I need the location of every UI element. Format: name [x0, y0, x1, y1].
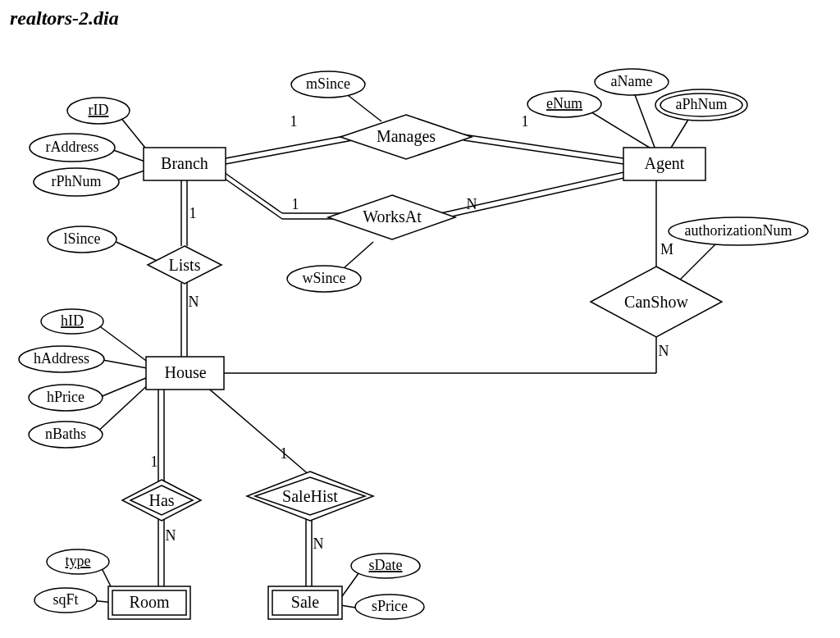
rel-lists-label: Lists — [169, 256, 201, 274]
rel-has-label: Has — [148, 491, 174, 509]
card-manages-agent: 1 — [522, 113, 529, 130]
edge-aName-agent — [632, 86, 656, 152]
entity-house-label: House — [164, 363, 206, 381]
attr-type-label: type — [66, 553, 91, 569]
attr-rAddress-label: rAddress — [46, 139, 99, 155]
attr-mSince-label: mSince — [306, 75, 350, 92]
card-worksat-agent: N — [467, 196, 477, 212]
card-salehist-house: 1 — [281, 445, 288, 462]
attr-sqFt-label: sqFt — [52, 591, 78, 608]
attr-hID-label: hID — [61, 312, 84, 329]
card-has-house: 1 — [151, 453, 158, 470]
edge-sDate-sale — [340, 570, 361, 599]
edge-branch-manages-1 — [226, 134, 353, 158]
attr-sDate-label: sDate — [369, 557, 403, 573]
card-salehist-sale: N — [313, 535, 324, 552]
edge-nBaths-house — [94, 381, 152, 435]
rel-salehist-label: SaleHist — [282, 487, 338, 505]
attr-hAddress-label: hAddress — [34, 350, 89, 367]
diagram-title: realtors-2.dia — [10, 7, 119, 29]
entity-agent-label: Agent — [645, 154, 685, 173]
card-canshow-agent: M — [660, 241, 673, 257]
rel-manages-label: Manages — [377, 127, 436, 146]
card-canshow-house: N — [659, 343, 669, 359]
attr-wSince-label: wSince — [303, 270, 346, 286]
card-has-room: N — [166, 527, 176, 544]
edge-hPrice-house — [98, 376, 152, 398]
card-lists-branch: 1 — [189, 205, 197, 221]
edge-branch-worksat-1b — [221, 176, 282, 219]
edge-branch-worksat-1a — [221, 171, 282, 213]
edge-house-salehist — [205, 385, 310, 476]
entity-room-label: Room — [130, 593, 170, 611]
attr-sPrice-label: sPrice — [372, 598, 408, 614]
rel-canshow-label: CanShow — [624, 293, 688, 311]
attr-eNum-label: eNum — [546, 95, 582, 112]
attr-lSince-label: lSince — [64, 230, 101, 247]
attr-nBaths-label: nBaths — [45, 426, 86, 442]
edge-hAddr-house — [98, 359, 152, 369]
er-diagram: realtors-2.dia — [0, 0, 840, 638]
card-manages-branch: 1 — [290, 113, 298, 130]
edge-branch-manages-2 — [226, 140, 353, 164]
card-lists-house: N — [189, 294, 199, 310]
attr-aName-label: aName — [611, 73, 653, 89]
attr-rID-label: rID — [89, 102, 109, 118]
attr-rPhNum-label: rPhNum — [51, 173, 101, 189]
edge-manages-agent-1 — [463, 134, 623, 158]
edge-manages-agent-2 — [463, 140, 623, 164]
attr-hPrice-label: hPrice — [47, 389, 84, 405]
attr-authNum-label: authorizationNum — [685, 222, 792, 239]
entity-sale-label: Sale — [291, 593, 320, 611]
card-worksat-branch: 1 — [292, 196, 299, 212]
entity-branch-label: Branch — [161, 154, 208, 172]
attr-aPhNum-label: aPhNum — [676, 96, 728, 112]
rel-worksat-label: WorksAt — [363, 207, 422, 226]
